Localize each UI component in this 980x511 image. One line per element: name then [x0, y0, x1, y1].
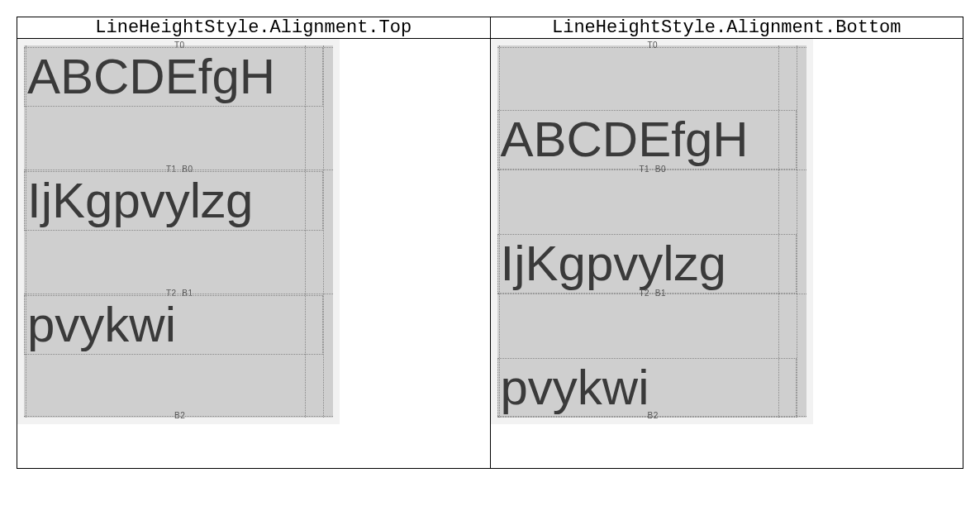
text-line1-b: IjKgpvylzg — [501, 239, 726, 289]
cell-top-alignment: T0 ABCDEfgH T1 B0 IjKgpvylzg T2 B1 — [17, 39, 491, 469]
text-line0: ABCDEfgH — [27, 52, 275, 102]
guide-v-right-outer — [323, 45, 324, 418]
marker-t1b0-b: T1 B0 — [638, 165, 668, 174]
diagram-bottom: T0 ABCDEfgH T1 B0 IjKgpvylzg T2 B1 — [491, 39, 813, 424]
text-line2: pvykwi — [27, 300, 176, 350]
text-line1: IjKgpvylzg — [27, 176, 253, 226]
diagram-top: T0 ABCDEfgH T1 B0 IjKgpvylzg T2 B1 — [17, 39, 340, 424]
text-line0-b: ABCDEfgH — [501, 115, 749, 165]
marker-t0-b: T0 — [646, 41, 660, 50]
diagram-bottom-inner: T0 ABCDEfgH T1 B0 IjKgpvylzg T2 B1 — [497, 45, 806, 418]
guide-v-right-outer-b — [797, 45, 797, 418]
comparison-table: LineHeightStyle.Alignment.Top LineHeight… — [17, 17, 963, 469]
body-row: T0 ABCDEfgH T1 B0 IjKgpvylzg T2 B1 — [17, 39, 963, 469]
text-line2-b: pvykwi — [501, 363, 649, 413]
diagram-top-inner: T0 ABCDEfgH T1 B0 IjKgpvylzg T2 B1 — [24, 45, 333, 418]
marker-t2b1-b: T2 B1 — [638, 289, 668, 298]
header-row: LineHeightStyle.Alignment.Top LineHeight… — [17, 17, 963, 39]
marker-b2: B2 — [173, 411, 187, 420]
marker-b2-b: B2 — [646, 411, 660, 420]
header-top: LineHeightStyle.Alignment.Top — [17, 17, 491, 39]
cell-bottom-alignment: T0 ABCDEfgH T1 B0 IjKgpvylzg T2 B1 — [490, 39, 963, 469]
header-bottom: LineHeightStyle.Alignment.Bottom — [490, 17, 963, 39]
